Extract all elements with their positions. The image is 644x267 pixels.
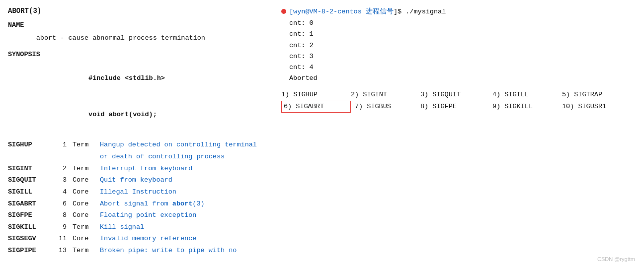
terminal-cnt0: cnt: 0: [289, 18, 639, 29]
signal-row-sigill: SIGILL 4 Core Illegal Instruction: [8, 186, 266, 198]
sig-action-sigsegv: Core: [73, 233, 100, 245]
siglist-2-sigbus: 7) SIGBUS: [351, 101, 420, 113]
sig-desc-sigfpe: Floating point exception: [100, 209, 196, 221]
sig-desc-sigint: Interrupt from keyboard: [100, 163, 192, 175]
sig-num-sigill: 4: [53, 186, 73, 198]
sig-desc-sigsegv: Invalid memory reference: [100, 233, 196, 245]
signal-table: SIGHUP 1 Term Hangup detected on control…: [8, 139, 266, 256]
signal-row-sigquit: SIGQUIT 3 Core Quit from keyboard: [8, 174, 266, 186]
siglist-2-sigfpe: 8) SIGFPE: [420, 101, 492, 113]
name-section-label: NAME: [8, 20, 266, 31]
signal-row-sigkill: SIGKILL 9 Term Kill signal: [8, 221, 266, 233]
terminal-panel: [wyn@VM-8-2-centos 进程信号]$ ./mysignal cnt…: [266, 5, 639, 262]
sig-action-sigabrt: Core: [73, 198, 100, 210]
sig-action-sigill: Core: [73, 186, 100, 198]
void-line: void abort(void);: [8, 98, 266, 132]
sig-desc-sigquit: Quit from keyboard: [100, 174, 172, 186]
sig-num-sigkill: 9: [53, 221, 73, 233]
sig-name-sigint: SIGINT: [8, 163, 53, 175]
sig-desc-sighup: Hangup detected on controlling terminal: [100, 139, 257, 151]
terminal-dot-icon: [281, 9, 286, 14]
signal-list-area: 1) SIGHUP 2) SIGINT 3) SIGQUIT 4) SIGILL…: [281, 89, 639, 113]
signal-row-sigsegv: SIGSEGV 11 Core Invalid memory reference: [8, 233, 266, 245]
sig-name-sigsegv: SIGSEGV: [8, 233, 53, 245]
abort-bold: abort: [172, 200, 193, 207]
watermark: CSDN @rygttm: [597, 256, 635, 262]
terminal-title: [wyn@VM-8-2-centos 进程信号]$ ./mysignal: [289, 7, 446, 16]
terminal-command: ]$ ./mysignal: [394, 8, 446, 15]
main-container: ABORT(3) NAME abort - cause abnormal pro…: [0, 0, 644, 267]
sig-name-sigabrt: SIGABRT: [8, 198, 53, 210]
sig-name-sigill: SIGILL: [8, 186, 53, 198]
terminal-header: [wyn@VM-8-2-centos 进程信号]$ ./mysignal: [281, 7, 639, 16]
sig-action-sigpipe: Term: [73, 245, 100, 257]
name-desc: abort - cause abnormal process terminati…: [8, 33, 266, 44]
include-text: #include <stdlib.h>: [60, 74, 165, 82]
sig-action-sigkill: Term: [73, 221, 100, 233]
sig-num-sigint: 2: [53, 163, 73, 175]
siglist-1-sighup: 1) SIGHUP: [281, 89, 351, 101]
include-line: #include <stdlib.h>: [8, 62, 266, 95]
sig-desc-sigill: Illegal Instruction: [100, 186, 176, 198]
siglist-2-sigkill: 9) SIGKILL: [492, 101, 562, 113]
signal-row-sigabrt: SIGABRT 6 Core Abort signal from abort(3…: [8, 198, 266, 210]
terminal-cnt2: cnt: 2: [289, 40, 639, 51]
sig-action-sigquit: Core: [73, 174, 100, 186]
sig-name-sighup: SIGHUP: [8, 139, 53, 151]
void-text: void abort(void);: [60, 111, 157, 118]
sig-action-sighup: Term: [73, 139, 100, 151]
sig-num-sigpipe: 13: [53, 245, 73, 257]
siglist-1-sigill: 4) SIGILL: [492, 89, 562, 101]
sig-num-sigfpe: 8: [53, 209, 73, 221]
sig-num-sigabrt: 6: [53, 198, 73, 210]
sig-num-sighup: 1: [53, 139, 73, 151]
sig-name-sigquit: SIGQUIT: [8, 174, 53, 186]
siglist-1-sigquit: 3) SIGQUIT: [420, 89, 492, 101]
signal-row-sighup: SIGHUP 1 Term Hangup detected on control…: [8, 139, 266, 151]
siglist-1-sigtrap: 5) SIGTRAP: [562, 89, 639, 101]
signal-row-sigpipe: SIGPIPE 13 Term Broken pipe: write to pi…: [8, 245, 266, 257]
signal-row-sighup2: or death of controlling process: [8, 151, 266, 163]
sig-num-sigquit: 3: [53, 174, 73, 186]
man-page-panel: ABORT(3) NAME abort - cause abnormal pro…: [8, 5, 266, 262]
sig-desc-sighup2: or death of controlling process: [100, 151, 225, 163]
terminal-cnt4: cnt: 4: [289, 62, 639, 73]
sig-name-sigpipe: SIGPIPE: [8, 245, 53, 257]
sig-action-sigfpe: Core: [73, 209, 100, 221]
synopsis-section-label: SYNOPSIS: [8, 49, 266, 60]
man-title: ABORT(3): [8, 7, 266, 15]
siglist-row1: 1) SIGHUP 2) SIGINT 3) SIGQUIT 4) SIGILL…: [281, 89, 639, 101]
terminal-cnt3: cnt: 3: [289, 51, 639, 62]
sig-desc-sigkill: Kill signal: [100, 221, 144, 233]
siglist-2-sigabrt: 6) SIGABRT: [281, 101, 351, 113]
terminal-user-host: [wyn@VM-8-2-centos: [289, 8, 362, 15]
siglist-2-sigusr1: 10) SIGUSR1: [562, 101, 639, 113]
sig-desc-sigpipe: Broken pipe: write to pipe with no: [100, 245, 237, 257]
siglist-1-sigint: 2) SIGINT: [351, 89, 420, 101]
sig-name-sigkill: SIGKILL: [8, 221, 53, 233]
sig-num-sigsegv: 11: [53, 233, 73, 245]
sig-action-sigint: Term: [73, 163, 100, 175]
siglist-row2: 6) SIGABRT 7) SIGBUS 8) SIGFPE 9) SIGKIL…: [281, 101, 639, 113]
signal-row-sigfpe: SIGFPE 8 Core Floating point exception: [8, 209, 266, 221]
terminal-cnt1: cnt: 1: [289, 29, 639, 40]
sig-desc-sigabrt: Abort signal from abort(3): [100, 198, 205, 210]
terminal-output: cnt: 0 cnt: 1 cnt: 2 cnt: 3 cnt: 4 Abort…: [281, 18, 639, 84]
signal-row-sigint: SIGINT 2 Term Interrupt from keyboard: [8, 163, 266, 175]
terminal-dir: 进程信号: [362, 8, 394, 15]
terminal-aborted: Aborted: [289, 73, 639, 84]
sig-name-sigfpe: SIGFPE: [8, 209, 53, 221]
